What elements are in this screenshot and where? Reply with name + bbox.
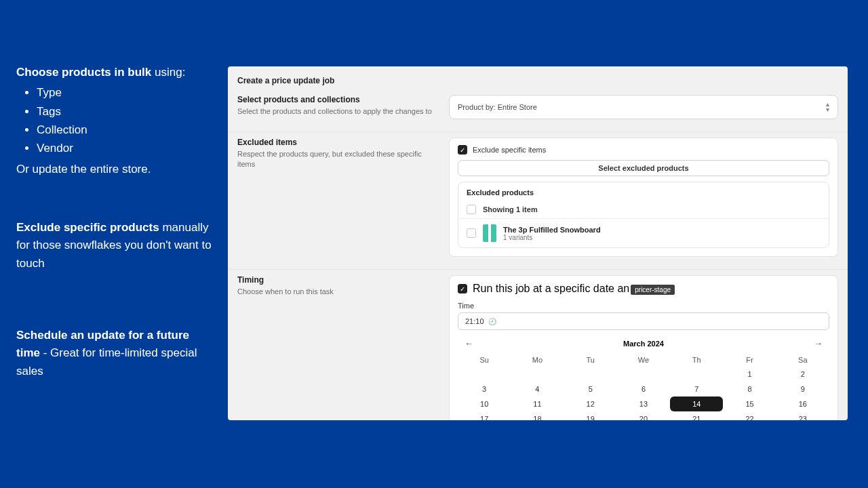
checkbox-label: Exclude specific items (473, 146, 546, 154)
calendar-day[interactable]: 13 (617, 396, 670, 411)
time-input[interactable]: 21:10 🕘 (458, 312, 829, 330)
calendar-day[interactable]: 18 (511, 411, 564, 420)
calendar-day[interactable]: 11 (511, 396, 564, 411)
page-title: Create a price update job (228, 66, 848, 89)
calendar-day[interactable]: 15 (723, 396, 776, 411)
chevron-updown-icon: ▴▾ (826, 102, 829, 113)
copy-block-schedule: Schedule an update for a future time - G… (16, 327, 214, 380)
section-timing: Timing Choose when to run this task ✓ Ru… (228, 270, 848, 420)
bullet-item: Collection (37, 121, 214, 139)
calendar-prev-button[interactable]: ← (460, 337, 477, 350)
select-excluded-products-button[interactable]: Select excluded products (458, 160, 829, 176)
product-variants: 1 variants (503, 234, 601, 241)
app-screenshot-panel: Create a price update job Select product… (228, 66, 848, 420)
copy-block-exclude: Exclude specific products manually for t… (16, 219, 214, 272)
calendar-weekday: Mo (511, 352, 564, 367)
calendar-day[interactable]: 3 (458, 382, 511, 396)
product-thumbnail (483, 224, 496, 242)
calendar-day[interactable]: 5 (564, 382, 617, 396)
calendar-day[interactable]: 12 (564, 396, 617, 411)
bullet-item: Tags (37, 103, 214, 121)
calendar-day[interactable]: 2 (776, 367, 829, 382)
excluded-products-card: Excluded products Showing 1 item The 3p … (458, 182, 829, 248)
calendar-day[interactable]: 20 (617, 411, 670, 420)
section-excluded-items: Excluded items Respect the products quer… (228, 132, 848, 270)
section-desc: Select the products and collections to a… (237, 106, 438, 117)
schedule-checkbox[interactable]: ✓ (458, 284, 467, 293)
calendar-weekday: Sa (776, 352, 829, 367)
calendar-day[interactable]: 9 (776, 382, 829, 396)
stage-badge: pricer-stage (631, 285, 675, 295)
calendar-day[interactable]: 21 (670, 411, 723, 420)
calendar-day[interactable]: 8 (723, 382, 776, 396)
bullet-item: Type (37, 84, 214, 102)
calendar-day[interactable]: 22 (723, 411, 776, 420)
calendar-day[interactable]: 1 (723, 367, 776, 382)
product-by-select[interactable]: Product by: Entire Store ▴▾ (449, 95, 838, 119)
select-all-checkbox[interactable] (467, 205, 476, 214)
calendar-day[interactable]: 7 (670, 382, 723, 396)
calendar-day[interactable]: 19 (564, 411, 617, 420)
time-label: Time (458, 302, 829, 310)
section-desc: Choose when to run this task (237, 287, 438, 297)
list-item: The 3p Fulfilled Snowboard 1 variants (458, 219, 829, 247)
section-desc: Respect the products query, but excluded… (237, 149, 438, 170)
calendar-day[interactable]: 10 (458, 396, 511, 411)
calendar-day[interactable]: 14 (670, 396, 723, 411)
section-select-products: Select products and collections Select t… (228, 89, 848, 132)
showing-count: Showing 1 item (483, 205, 538, 214)
card-title: Excluded products (458, 182, 829, 201)
exclude-items-checkbox[interactable]: ✓ (458, 145, 467, 155)
calendar-day[interactable]: 4 (511, 382, 564, 396)
bullet-item: Vendor (37, 140, 214, 157)
calendar-weekday: Su (458, 352, 511, 367)
calendar-month-label: March 2024 (477, 340, 810, 348)
section-heading: Select products and collections (237, 95, 438, 104)
calendar-day[interactable]: 23 (776, 411, 829, 420)
calendar-weekday: Fr (723, 352, 776, 367)
calendar-weekday: Th (670, 352, 723, 367)
bullet-list: TypeTagsCollectionVendor (37, 84, 214, 157)
marketing-copy-panel: Choose products in bulk using: TypeTagsC… (0, 0, 228, 488)
section-heading: Excluded items (237, 138, 438, 147)
calendar-day[interactable]: 16 (776, 396, 829, 411)
section-heading: Timing (237, 275, 438, 285)
clock-icon: 🕘 (488, 318, 496, 325)
calendar-next-button[interactable]: → (810, 337, 827, 350)
calendar-weekday: Tu (564, 352, 617, 367)
item-checkbox[interactable] (467, 228, 476, 238)
checkbox-label: Run this job at a specific date anpricer… (473, 283, 675, 295)
product-name: The 3p Fulfilled Snowboard (503, 226, 601, 234)
calendar-weekday: We (617, 352, 670, 367)
calendar-day[interactable]: 17 (458, 411, 511, 420)
copy-block-choose: Choose products in bulk using: TypeTagsC… (16, 64, 214, 178)
calendar-day[interactable]: 6 (617, 382, 670, 396)
